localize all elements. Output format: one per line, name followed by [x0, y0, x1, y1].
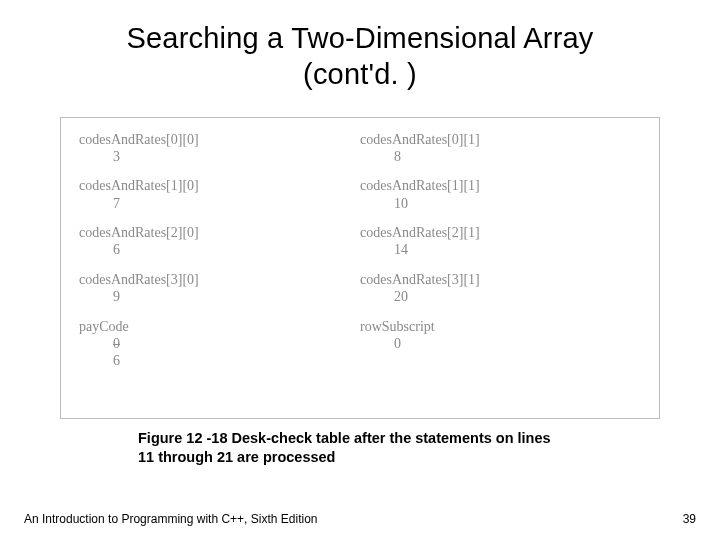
array-value: 10 — [394, 196, 408, 211]
paycode-cell: payCode 0 6 — [79, 319, 360, 369]
array-value: 3 — [113, 149, 120, 164]
figure-caption: Figure 12 -18 Desk-check table after the… — [138, 429, 568, 468]
paycode-new: 6 — [113, 353, 120, 368]
cell-3-0: codesAndRates[3][0] 9 — [79, 272, 360, 305]
paycode-label: payCode — [79, 319, 360, 334]
array-value: 6 — [113, 242, 120, 257]
rowsub-label: rowSubscript — [360, 319, 641, 334]
footer-text: An Introduction to Programming with C++,… — [24, 512, 317, 526]
rowsub-cell: rowSubscript 0 — [360, 319, 641, 352]
array-value: 9 — [113, 289, 120, 304]
cell-1-0: codesAndRates[1][0] 7 — [79, 178, 360, 211]
footer: An Introduction to Programming with C++,… — [24, 512, 696, 526]
left-column: codesAndRates[0][0] 3 codesAndRates[1][0… — [79, 132, 360, 383]
cell-0-0: codesAndRates[0][0] 3 — [79, 132, 360, 165]
title-line-1: Searching a Two-Dimensional Array — [126, 22, 593, 54]
rowsub-value: 0 — [394, 336, 401, 351]
array-value: 7 — [113, 196, 120, 211]
title-line-2: (cont'd. ) — [303, 58, 417, 90]
array-label: codesAndRates[3][0] — [79, 272, 360, 287]
cell-3-1: codesAndRates[3][1] 20 — [360, 272, 641, 305]
paycode-old: 0 — [113, 336, 120, 351]
array-label: codesAndRates[2][1] — [360, 225, 641, 240]
array-label: codesAndRates[3][1] — [360, 272, 641, 287]
array-value: 20 — [394, 289, 408, 304]
cell-2-0: codesAndRates[2][0] 6 — [79, 225, 360, 258]
array-label: codesAndRates[1][1] — [360, 178, 641, 193]
array-value: 14 — [394, 242, 408, 257]
array-label: codesAndRates[1][0] — [79, 178, 360, 193]
array-label: codesAndRates[0][0] — [79, 132, 360, 147]
cell-1-1: codesAndRates[1][1] 10 — [360, 178, 641, 211]
cell-2-1: codesAndRates[2][1] 14 — [360, 225, 641, 258]
right-column: codesAndRates[0][1] 8 codesAndRates[1][1… — [360, 132, 641, 383]
slide-title: Searching a Two-Dimensional Array (cont'… — [0, 0, 720, 93]
array-label: codesAndRates[0][1] — [360, 132, 641, 147]
page-number: 39 — [683, 512, 696, 526]
array-value: 8 — [394, 149, 401, 164]
array-label: codesAndRates[2][0] — [79, 225, 360, 240]
cell-0-1: codesAndRates[0][1] 8 — [360, 132, 641, 165]
figure-box: codesAndRates[0][0] 3 codesAndRates[1][0… — [60, 117, 660, 419]
